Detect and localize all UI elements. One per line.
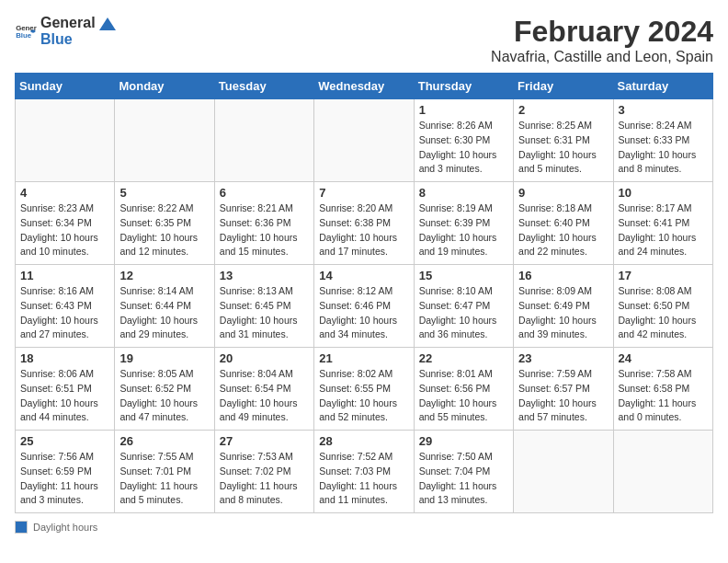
day-info: Sunrise: 8:22 AM Sunset: 6:35 PM Dayligh…	[119, 201, 209, 259]
subtitle: Navafria, Castille and Leon, Spain	[491, 49, 713, 65]
logo-icon: General Blue	[15, 20, 37, 42]
calendar-week-5: 25Sunrise: 7:56 AM Sunset: 6:59 PM Dayli…	[16, 431, 713, 513]
calendar-header-row: SundayMondayTuesdayWednesdayThursdayFrid…	[16, 74, 713, 99]
footer: Daylight hours	[15, 521, 713, 534]
day-info: Sunrise: 8:23 AM Sunset: 6:34 PM Dayligh…	[20, 201, 109, 259]
day-number: 29	[419, 434, 508, 448]
calendar-cell: 18Sunrise: 8:06 AM Sunset: 6:51 PM Dayli…	[16, 348, 115, 431]
day-number: 5	[119, 186, 209, 200]
calendar-cell: 23Sunrise: 7:59 AM Sunset: 6:57 PM Dayli…	[514, 348, 613, 431]
day-number: 27	[220, 434, 309, 448]
day-number: 6	[220, 186, 309, 200]
calendar-table: SundayMondayTuesdayWednesdayThursdayFrid…	[15, 73, 713, 513]
calendar-cell: 24Sunrise: 7:58 AM Sunset: 6:58 PM Dayli…	[613, 348, 712, 431]
calendar-cell: 27Sunrise: 7:53 AM Sunset: 7:02 PM Dayli…	[214, 431, 313, 513]
calendar-cell	[514, 431, 613, 513]
day-info: Sunrise: 7:59 AM Sunset: 6:57 PM Dayligh…	[518, 367, 608, 425]
day-number: 23	[518, 351, 608, 365]
calendar-cell: 4Sunrise: 8:23 AM Sunset: 6:34 PM Daylig…	[16, 182, 115, 265]
day-info: Sunrise: 8:18 AM Sunset: 6:40 PM Dayligh…	[518, 201, 608, 259]
day-number: 19	[119, 351, 209, 365]
calendar-cell	[314, 99, 414, 182]
day-info: Sunrise: 8:19 AM Sunset: 6:39 PM Dayligh…	[419, 201, 508, 259]
day-info: Sunrise: 7:56 AM Sunset: 6:59 PM Dayligh…	[20, 450, 109, 508]
day-info: Sunrise: 8:10 AM Sunset: 6:47 PM Dayligh…	[419, 284, 508, 342]
header-tuesday: Tuesday	[214, 74, 313, 99]
calendar-cell	[16, 99, 115, 182]
header-sunday: Sunday	[16, 74, 115, 99]
svg-text:Blue: Blue	[16, 31, 32, 40]
calendar-week-2: 4Sunrise: 8:23 AM Sunset: 6:34 PM Daylig…	[16, 182, 713, 265]
header-thursday: Thursday	[414, 74, 513, 99]
header-saturday: Saturday	[613, 74, 712, 99]
calendar-cell: 11Sunrise: 8:16 AM Sunset: 6:43 PM Dayli…	[16, 265, 115, 348]
title-block: February 2024 Navafria, Castille and Leo…	[491, 15, 713, 65]
calendar-cell: 3Sunrise: 8:24 AM Sunset: 6:33 PM Daylig…	[613, 99, 712, 182]
logo-general: General	[40, 15, 116, 31]
svg-marker-2	[99, 17, 116, 30]
calendar-cell: 16Sunrise: 8:09 AM Sunset: 6:49 PM Dayli…	[514, 265, 613, 348]
day-info: Sunrise: 8:14 AM Sunset: 6:44 PM Dayligh…	[119, 284, 209, 342]
calendar-cell: 9Sunrise: 8:18 AM Sunset: 6:40 PM Daylig…	[514, 182, 613, 265]
header: General Blue General Blue February 2024 …	[15, 15, 713, 65]
day-info: Sunrise: 8:16 AM Sunset: 6:43 PM Dayligh…	[20, 284, 109, 342]
day-number: 20	[220, 351, 309, 365]
calendar-cell: 20Sunrise: 8:04 AM Sunset: 6:54 PM Dayli…	[214, 348, 313, 431]
header-monday: Monday	[115, 74, 214, 99]
day-number: 1	[419, 103, 508, 117]
main-title: February 2024	[491, 15, 713, 49]
day-number: 4	[20, 186, 109, 200]
calendar-week-3: 11Sunrise: 8:16 AM Sunset: 6:43 PM Dayli…	[16, 265, 713, 348]
day-number: 12	[119, 269, 209, 282]
day-number: 26	[119, 434, 209, 448]
day-info: Sunrise: 7:52 AM Sunset: 7:03 PM Dayligh…	[319, 450, 408, 508]
header-friday: Friday	[514, 74, 613, 99]
calendar-cell: 13Sunrise: 8:13 AM Sunset: 6:45 PM Dayli…	[214, 265, 313, 348]
calendar-cell: 1Sunrise: 8:26 AM Sunset: 6:30 PM Daylig…	[414, 99, 513, 182]
day-info: Sunrise: 8:02 AM Sunset: 6:55 PM Dayligh…	[319, 367, 408, 425]
day-info: Sunrise: 8:09 AM Sunset: 6:49 PM Dayligh…	[518, 284, 608, 342]
calendar-cell: 2Sunrise: 8:25 AM Sunset: 6:31 PM Daylig…	[514, 99, 613, 182]
calendar-cell: 5Sunrise: 8:22 AM Sunset: 6:35 PM Daylig…	[115, 182, 214, 265]
day-number: 10	[619, 186, 708, 200]
calendar-cell: 29Sunrise: 7:50 AM Sunset: 7:04 PM Dayli…	[414, 431, 513, 513]
calendar-week-4: 18Sunrise: 8:06 AM Sunset: 6:51 PM Dayli…	[16, 348, 713, 431]
day-info: Sunrise: 8:04 AM Sunset: 6:54 PM Dayligh…	[220, 367, 309, 425]
header-wednesday: Wednesday	[314, 74, 414, 99]
day-number: 28	[319, 434, 408, 448]
day-number: 22	[419, 351, 508, 365]
calendar-cell: 21Sunrise: 8:02 AM Sunset: 6:55 PM Dayli…	[314, 348, 414, 431]
calendar-cell: 17Sunrise: 8:08 AM Sunset: 6:50 PM Dayli…	[613, 265, 712, 348]
calendar-cell: 22Sunrise: 8:01 AM Sunset: 6:56 PM Dayli…	[414, 348, 513, 431]
day-number: 3	[619, 103, 708, 117]
day-number: 2	[518, 103, 608, 117]
day-number: 13	[220, 269, 309, 282]
day-info: Sunrise: 8:01 AM Sunset: 6:56 PM Dayligh…	[419, 367, 508, 425]
day-number: 7	[319, 186, 408, 200]
logo: General Blue General Blue	[15, 15, 116, 47]
day-info: Sunrise: 8:25 AM Sunset: 6:31 PM Dayligh…	[518, 119, 608, 177]
day-info: Sunrise: 7:50 AM Sunset: 7:04 PM Dayligh…	[419, 450, 508, 508]
day-info: Sunrise: 7:53 AM Sunset: 7:02 PM Dayligh…	[220, 450, 309, 508]
day-number: 21	[319, 351, 408, 365]
day-info: Sunrise: 8:12 AM Sunset: 6:46 PM Dayligh…	[319, 284, 408, 342]
day-number: 18	[20, 351, 109, 365]
calendar-cell: 15Sunrise: 8:10 AM Sunset: 6:47 PM Dayli…	[414, 265, 513, 348]
calendar-week-1: 1Sunrise: 8:26 AM Sunset: 6:30 PM Daylig…	[16, 99, 713, 182]
day-number: 17	[619, 269, 708, 282]
day-info: Sunrise: 8:13 AM Sunset: 6:45 PM Dayligh…	[220, 284, 309, 342]
day-number: 16	[518, 269, 608, 282]
day-info: Sunrise: 7:55 AM Sunset: 7:01 PM Dayligh…	[119, 450, 209, 508]
calendar-cell: 7Sunrise: 8:20 AM Sunset: 6:38 PM Daylig…	[314, 182, 414, 265]
day-number: 25	[20, 434, 109, 448]
day-info: Sunrise: 8:08 AM Sunset: 6:50 PM Dayligh…	[619, 284, 708, 342]
day-info: Sunrise: 8:06 AM Sunset: 6:51 PM Dayligh…	[20, 367, 109, 425]
calendar-cell: 10Sunrise: 8:17 AM Sunset: 6:41 PM Dayli…	[613, 182, 712, 265]
logo-blue: Blue	[40, 31, 116, 48]
calendar-cell: 14Sunrise: 8:12 AM Sunset: 6:46 PM Dayli…	[314, 265, 414, 348]
day-number: 15	[419, 269, 508, 282]
day-info: Sunrise: 8:21 AM Sunset: 6:36 PM Dayligh…	[220, 201, 309, 259]
day-number: 11	[20, 269, 109, 282]
calendar-cell: 12Sunrise: 8:14 AM Sunset: 6:44 PM Dayli…	[115, 265, 214, 348]
day-info: Sunrise: 8:05 AM Sunset: 6:52 PM Dayligh…	[119, 367, 209, 425]
